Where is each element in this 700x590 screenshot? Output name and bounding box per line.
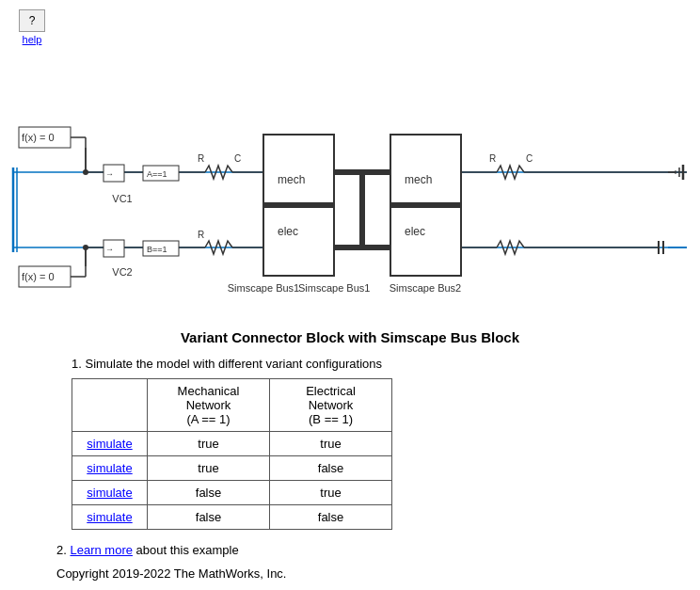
simulate-link[interactable]: simulate	[87, 486, 132, 500]
step1-text: 1. Simulate the model with different var…	[72, 357, 644, 371]
simulate-link[interactable]: simulate	[87, 437, 132, 451]
simulate-link[interactable]: simulate	[87, 510, 132, 524]
svg-text:R: R	[198, 230, 204, 240]
table-row: simulatetruefalse	[72, 456, 392, 481]
learn-more-link[interactable]: Learn more	[70, 543, 132, 557]
simulate-link[interactable]: simulate	[87, 461, 132, 475]
step1-description: Simulate the model with different varian…	[85, 357, 382, 371]
col1-header	[72, 379, 148, 432]
elec-value: false	[270, 456, 392, 481]
svg-text:Simscape Bus1: Simscape Bus1	[228, 282, 299, 294]
step1-number: 1.	[72, 357, 82, 371]
table-header-row: Mechanical Network(A == 1) Electrical Ne…	[72, 379, 392, 432]
content-area: Variant Connector Block with Simscape Bu…	[0, 320, 700, 590]
svg-text:elec: elec	[405, 225, 425, 238]
table-row: simulatefalsefalse	[72, 505, 392, 530]
simulate-cell: simulate	[72, 432, 148, 456]
elec-value: false	[270, 505, 392, 530]
svg-text:f(x) = 0: f(x) = 0	[22, 271, 55, 282]
svg-text:Simscape Bus1: Simscape Bus1	[298, 282, 370, 294]
svg-text:→: →	[105, 245, 114, 254]
mech-value: false	[148, 505, 270, 530]
page-title: Variant Connector Block with Simscape Bu…	[56, 329, 644, 345]
svg-text:VC2: VC2	[112, 266, 132, 278]
svg-text:elec: elec	[278, 225, 298, 238]
svg-text:Simscape Bus2: Simscape Bus2	[390, 282, 461, 294]
svg-text:mech: mech	[278, 173, 305, 186]
table-row: simulatefalsetrue	[72, 481, 392, 505]
simulate-cell: simulate	[72, 481, 148, 505]
mech-value: false	[148, 481, 270, 505]
col3-header: Electrical Network(B == 1)	[270, 379, 392, 432]
elec-value: true	[270, 432, 392, 456]
mech-value: true	[148, 456, 270, 481]
svg-text:R: R	[489, 153, 496, 164]
step2-rest-text: about this example	[133, 543, 239, 557]
svg-text:R: R	[198, 153, 204, 164]
svg-text:f(x) = 0: f(x) = 0	[22, 132, 55, 143]
svg-text:C: C	[234, 153, 241, 164]
step2-item: 2. Learn more about this example	[56, 543, 644, 557]
svg-text:→: →	[105, 169, 114, 179]
table-row: simulatetruetrue	[72, 432, 392, 456]
config-table: Mechanical Network(A == 1) Electrical Ne…	[72, 378, 392, 530]
svg-text:VC1: VC1	[112, 193, 132, 204]
diagram-area: f(x) = 0 → VC1 A==1 R C f(x) = 0 → VC2 B…	[0, 0, 700, 320]
col2-header: Mechanical Network(A == 1)	[148, 379, 270, 432]
step1-item: 1. Simulate the model with different var…	[56, 357, 644, 530]
svg-text:mech: mech	[405, 173, 432, 186]
svg-text:C: C	[526, 153, 533, 164]
elec-value: true	[270, 481, 392, 505]
mech-value: true	[148, 432, 270, 456]
diagram-svg: f(x) = 0 → VC1 A==1 R C f(x) = 0 → VC2 B…	[0, 0, 700, 320]
simulate-cell: simulate	[72, 456, 148, 481]
svg-text:A==1: A==1	[147, 169, 167, 179]
svg-text:B==1: B==1	[147, 245, 167, 254]
table-body: simulatetruetruesimulatetruefalsesimulat…	[72, 432, 392, 530]
copyright-text: Copyright 2019-2022 The MathWorks, Inc.	[56, 566, 644, 581]
simulate-cell: simulate	[72, 505, 148, 530]
step2-number: 2.	[56, 543, 67, 557]
